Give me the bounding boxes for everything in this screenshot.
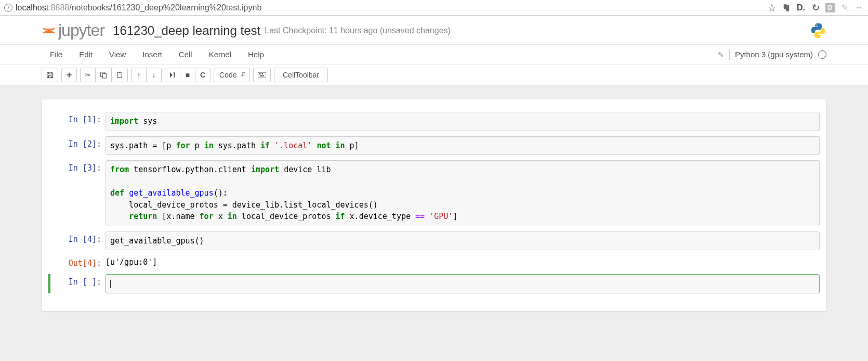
d-extension-icon[interactable]: D. bbox=[796, 3, 806, 12]
svg-rect-6 bbox=[258, 72, 266, 78]
code-input[interactable]: sys.path = [p for p in sys.path if '.loc… bbox=[106, 136, 820, 156]
menu-edit[interactable]: Edit bbox=[71, 47, 101, 62]
browser-url-bar: i localhost:8888/notebooks/161230_deep%2… bbox=[0, 0, 868, 16]
url-path: /notebooks/161230_deep%20learning%20test… bbox=[69, 3, 261, 12]
url-host: localhost bbox=[16, 3, 48, 12]
cut-button[interactable]: ✂ bbox=[80, 68, 96, 82]
svg-point-1 bbox=[820, 36, 821, 37]
python-logo-icon bbox=[810, 22, 826, 39]
notebook-container: In [1]: import sys In [2]: sys.path = [p… bbox=[42, 99, 826, 312]
copy-button[interactable] bbox=[95, 68, 112, 82]
svg-rect-10 bbox=[260, 75, 264, 76]
celltype-select[interactable]: Code bbox=[214, 68, 250, 82]
code-cell[interactable]: In [1]: import sys bbox=[48, 112, 820, 131]
kernel-status-icon bbox=[818, 50, 826, 59]
svg-point-0 bbox=[816, 24, 817, 25]
code-cell[interactable]: In [4]: get_available_gpus() bbox=[48, 231, 820, 251]
stop-button[interactable]: ■ bbox=[180, 68, 195, 82]
code-input[interactable]: get_available_gpus() bbox=[106, 231, 820, 251]
menu-file[interactable]: File bbox=[42, 47, 71, 62]
info-icon[interactable]: i bbox=[4, 4, 12, 12]
svg-rect-3 bbox=[102, 73, 106, 78]
code-input[interactable] bbox=[106, 274, 820, 293]
code-cell[interactable]: In [3]: from tensorflow.python.client im… bbox=[48, 160, 820, 226]
code-input[interactable]: from tensorflow.python.client import dev… bbox=[106, 160, 820, 226]
move-down-button[interactable]: ↓ bbox=[146, 68, 162, 82]
command-palette-button[interactable] bbox=[253, 68, 271, 82]
add-cell-button[interactable]: + bbox=[61, 68, 77, 82]
text-cursor bbox=[110, 280, 111, 288]
checkpoint-status: Last Checkpoint: 11 hours ago (unsaved c… bbox=[265, 26, 451, 35]
jupyter-logo-text: jupyter bbox=[58, 21, 104, 40]
divider bbox=[729, 49, 730, 60]
refresh-icon[interactable]: ↻ bbox=[811, 3, 820, 12]
d-box-icon[interactable]: D bbox=[825, 3, 835, 12]
notebook-header: jupyter 161230_deep learning test Last C… bbox=[0, 16, 868, 44]
input-prompt: In [ ]: bbox=[48, 274, 106, 293]
menu-help[interactable]: Help bbox=[240, 47, 272, 62]
edit-mode-icon: ✎ bbox=[718, 50, 724, 59]
output-prompt: Out[4]: bbox=[48, 255, 106, 269]
output-cell: Out[4]: [u'/gpu:0'] bbox=[48, 255, 820, 269]
output-text: [u'/gpu:0'] bbox=[106, 255, 820, 269]
run-button[interactable] bbox=[165, 68, 180, 82]
url-port: :8888 bbox=[48, 3, 69, 12]
code-cell-selected[interactable]: In [ ]: bbox=[48, 274, 820, 293]
menu-insert[interactable]: Insert bbox=[134, 47, 170, 62]
input-prompt: In [1]: bbox=[48, 112, 106, 131]
move-up-button[interactable]: ↑ bbox=[131, 68, 147, 82]
celltoolbar-button[interactable]: CellToolbar bbox=[274, 68, 328, 82]
svg-rect-9 bbox=[262, 73, 263, 74]
menu-view[interactable]: View bbox=[101, 47, 134, 62]
bookmark-star-icon[interactable]: ☆ bbox=[767, 3, 777, 12]
jupyter-logo-icon bbox=[42, 23, 56, 38]
menu-bar: File Edit View Insert Cell Kernel Help ✎… bbox=[0, 44, 868, 65]
svg-rect-8 bbox=[260, 73, 261, 74]
code-cell[interactable]: In [2]: sys.path = [p for p in sys.path … bbox=[48, 136, 820, 156]
input-prompt: In [2]: bbox=[48, 136, 106, 156]
paste-button[interactable] bbox=[111, 68, 128, 82]
notebook-title[interactable]: 161230_deep learning test bbox=[113, 23, 260, 38]
kernel-name[interactable]: Python 3 (gpu system) bbox=[735, 50, 813, 59]
restart-button[interactable]: C bbox=[195, 68, 211, 82]
svg-rect-5 bbox=[119, 72, 121, 73]
menu-dots-icon[interactable]: ▪▪ bbox=[854, 3, 864, 12]
input-prompt: In [3]: bbox=[48, 160, 106, 226]
draw-icon[interactable]: ✎ bbox=[840, 3, 849, 12]
save-button[interactable] bbox=[42, 68, 58, 82]
jupyter-logo[interactable]: jupyter bbox=[42, 21, 104, 40]
menu-cell[interactable]: Cell bbox=[170, 47, 201, 62]
svg-rect-7 bbox=[259, 73, 260, 74]
input-prompt: In [4]: bbox=[48, 231, 106, 251]
toolbar: + ✂ ↑ ↓ ■ C Code CellToolbar bbox=[0, 65, 868, 86]
menu-kernel[interactable]: Kernel bbox=[201, 47, 240, 62]
evernote-icon[interactable] bbox=[782, 3, 791, 12]
code-input[interactable]: import sys bbox=[106, 112, 820, 131]
url-input[interactable]: i localhost:8888/notebooks/161230_deep%2… bbox=[4, 3, 763, 12]
